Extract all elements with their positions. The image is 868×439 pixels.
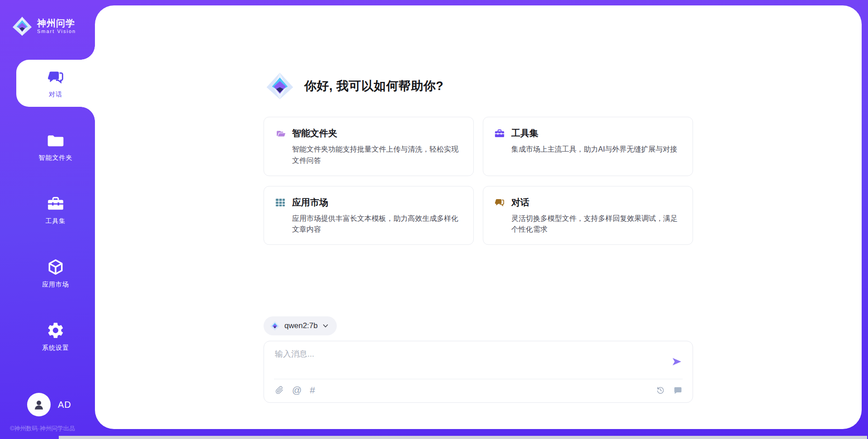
folder-icon [275, 128, 286, 139]
card-chat[interactable]: 对话 灵活切换多模型文件，支持多样回复效果调试，满足个性化需求 [483, 186, 693, 245]
apps-grid-icon [275, 197, 286, 208]
brand-subtitle: Smart Vision [37, 29, 76, 34]
sidebar-nav: 对话 智能文件夹 工具集 应用市场 [0, 60, 95, 377]
topic-button[interactable]: # [310, 385, 315, 396]
sidebar-item-smart-folder[interactable]: 智能文件夹 [16, 123, 95, 170]
card-description: 应用市场提供丰富长文本模板，助力高效生成多样化文章内容 [292, 213, 462, 236]
brand-diamond-icon [270, 321, 280, 331]
sidebar-item-label: 系统设置 [42, 344, 69, 352]
paperclip-icon [275, 386, 284, 395]
feature-cards: 智能文件夹 智能文件夹功能支持批量文件上传与清洗，轻松实现文件问答 工具集 集成… [264, 117, 693, 245]
gear-icon [47, 321, 65, 339]
toolbox-icon [494, 128, 505, 139]
sidebar-item-label: 对话 [49, 91, 62, 99]
brand-name: 神州问学 [37, 18, 76, 29]
person-icon [32, 398, 46, 411]
model-selector[interactable]: qwen2:7b [264, 316, 337, 335]
sidebar: 神州问学 Smart Vision 对话 智能文件夹 工具集 [0, 0, 95, 439]
card-app-market[interactable]: 应用市场 应用市场提供丰富长文本模板，助力高效生成多样化文章内容 [264, 186, 474, 245]
avatar [27, 393, 51, 416]
attach-button[interactable] [275, 386, 284, 395]
card-description: 集成市场上主流工具，助力AI与外界无缝扩展与对接 [511, 144, 682, 155]
composer: qwen2:7b [264, 316, 693, 421]
chevron-down-icon [322, 323, 329, 329]
chat-bubble-icon [673, 386, 683, 395]
message-input-box: @ # [264, 341, 693, 403]
greeting-row: 你好, 我可以如何帮助你? [264, 72, 693, 100]
history-button[interactable] [656, 386, 665, 395]
cube-icon [47, 258, 65, 276]
card-title: 智能文件夹 [292, 127, 337, 139]
sidebar-item-label: 智能文件夹 [39, 154, 73, 162]
card-description: 智能文件夹功能支持批量文件上传与清洗，轻松实现文件问答 [292, 144, 462, 167]
card-title: 工具集 [511, 127, 538, 139]
card-title: 对话 [511, 196, 529, 209]
horizontal-scrollbar-thumb[interactable] [59, 436, 867, 439]
send-button[interactable] [671, 356, 683, 369]
sidebar-item-settings[interactable]: 系统设置 [16, 313, 95, 360]
sidebar-item-toolset[interactable]: 工具集 [16, 186, 95, 234]
main-content: 你好, 我可以如何帮助你? 智能文件夹 智能文件夹功能支持批量文件上传与清洗，轻… [264, 5, 693, 421]
model-name: qwen2:7b [284, 321, 318, 330]
card-smart-folder[interactable]: 智能文件夹 智能文件夹功能支持批量文件上传与清洗，轻松实现文件问答 [264, 117, 474, 176]
history-icon [656, 386, 665, 395]
greeting-text: 你好, 我可以如何帮助你? [304, 78, 443, 94]
card-description: 灵活切换多模型文件，支持多样回复效果调试，满足个性化需求 [511, 213, 682, 236]
mention-button[interactable]: @ [292, 385, 302, 396]
sidebar-item-label: 工具集 [46, 217, 66, 225]
main-panel: 你好, 我可以如何帮助你? 智能文件夹 智能文件夹功能支持批量文件上传与清洗，轻… [95, 5, 862, 429]
card-toolset[interactable]: 工具集 集成市场上主流工具，助力AI与外界无缝扩展与对接 [483, 117, 693, 176]
chat-icon [47, 68, 65, 86]
sidebar-item-label: 应用市场 [42, 281, 69, 289]
sidebar-item-app-market[interactable]: 应用市场 [16, 250, 95, 297]
input-divider [274, 379, 683, 379]
brand-text: 神州问学 Smart Vision [37, 18, 76, 34]
feedback-button[interactable] [673, 386, 683, 395]
user-profile[interactable]: AD [0, 393, 95, 416]
folder-icon [47, 131, 65, 149]
message-input[interactable] [275, 349, 671, 359]
user-initials: AD [58, 400, 71, 410]
brand: 神州问学 Smart Vision [0, 0, 95, 43]
horizontal-scrollbar [0, 436, 868, 439]
brand-diamond-icon [265, 72, 294, 100]
chat-icon [494, 197, 505, 208]
brand-diamond-icon [12, 16, 33, 37]
sidebar-item-chat[interactable]: 对话 [16, 60, 95, 107]
card-title: 应用市场 [292, 196, 328, 209]
toolbox-icon [47, 195, 65, 213]
send-icon [671, 356, 683, 367]
